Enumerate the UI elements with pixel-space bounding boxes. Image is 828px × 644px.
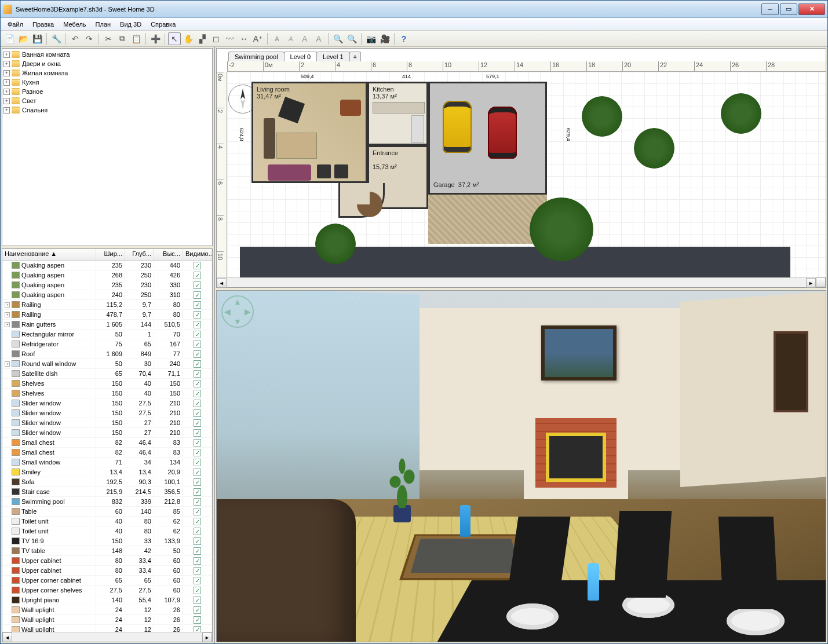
furniture-scrollbar-h[interactable]: ◄► <box>2 632 212 642</box>
copy-icon[interactable]: ⧉ <box>116 32 129 45</box>
visible-checkbox[interactable]: ✓ <box>194 321 201 328</box>
wall-tool-icon[interactable]: ▞ <box>196 32 209 45</box>
furniture-row[interactable]: Upper cabinet8033,460✓ <box>2 566 212 576</box>
text-size-up-icon[interactable]: A <box>298 32 311 45</box>
furniture-row[interactable]: Swimming pool832339212,8✓ <box>2 497 212 507</box>
expand-icon[interactable]: + <box>5 322 10 327</box>
visible-checkbox[interactable]: ✓ <box>194 331 201 338</box>
col-width-header[interactable]: Шир... <box>96 249 125 260</box>
furniture-row[interactable]: Slider window15027,5210✓ <box>2 398 212 408</box>
furniture-row[interactable]: Wall uplight241226✓ <box>2 625 212 632</box>
furniture-header[interactable]: Наименование ▲ Шир... Глуб... Выс... Вид… <box>2 249 212 261</box>
preferences-icon[interactable]: 🔧 <box>50 32 63 45</box>
visible-checkbox[interactable]: ✓ <box>194 478 201 486</box>
visible-checkbox[interactable]: ✓ <box>194 537 201 545</box>
visible-checkbox[interactable]: ✓ <box>194 469 201 476</box>
visible-checkbox[interactable]: ✓ <box>194 616 201 624</box>
furniture-row[interactable]: Wall uplight241226✓ <box>2 615 212 625</box>
open-icon[interactable]: 📂 <box>17 32 30 45</box>
furniture-row[interactable]: +Round wall window5030240✓ <box>2 359 212 369</box>
text-tool-icon[interactable]: A⁺ <box>251 32 264 45</box>
furniture-row[interactable]: Sofa192,590,3100,1✓ <box>2 477 212 487</box>
tree-node[interactable]: +Ванная комната <box>3 50 211 59</box>
furniture-row[interactable]: TV table1484250✓ <box>2 546 212 556</box>
expand-icon[interactable]: + <box>3 89 10 95</box>
furniture-row[interactable]: +Railing478,79,780✓ <box>2 310 212 320</box>
tab-level-1[interactable]: Level 1 <box>316 52 349 61</box>
redo-icon[interactable]: ↷ <box>83 32 96 45</box>
furniture-list[interactable]: Наименование ▲ Шир... Глуб... Выс... Вид… <box>2 248 213 642</box>
zoom-out-icon[interactable]: 🔍 <box>331 32 344 45</box>
visible-checkbox[interactable]: ✓ <box>194 281 201 289</box>
visible-checkbox[interactable]: ✓ <box>194 606 201 614</box>
visible-checkbox[interactable]: ✓ <box>194 488 201 496</box>
new-icon[interactable]: 📄 <box>3 32 16 45</box>
tab-add[interactable]: + <box>349 52 361 61</box>
tab-level-0[interactable]: Level 0 <box>284 52 317 61</box>
furniture-row[interactable]: Rectangular mirror50170✓ <box>2 330 212 339</box>
visible-checkbox[interactable]: ✓ <box>194 400 201 407</box>
visible-checkbox[interactable]: ✓ <box>194 577 201 584</box>
visible-checkbox[interactable]: ✓ <box>194 626 201 632</box>
tree-node[interactable]: +Жилая комната <box>3 68 211 78</box>
help-icon[interactable]: ? <box>397 32 410 45</box>
dimension-tool-icon[interactable]: ↔ <box>238 32 250 45</box>
visible-checkbox[interactable]: ✓ <box>194 370 201 378</box>
furniture-row[interactable]: Toilet unit408062✓ <box>2 526 212 536</box>
visible-checkbox[interactable]: ✓ <box>194 390 201 397</box>
cut-icon[interactable]: ✂ <box>102 32 115 45</box>
furniture-row[interactable]: +Railing115,29,780✓ <box>2 300 212 310</box>
visible-checkbox[interactable]: ✓ <box>194 380 201 387</box>
minimize-button[interactable]: ─ <box>761 3 779 15</box>
col-visible-header[interactable]: Видимо... <box>183 249 212 260</box>
furniture-row[interactable]: Smiley13,413,420,9✓ <box>2 467 212 477</box>
expand-icon[interactable]: + <box>3 98 10 104</box>
visible-checkbox[interactable]: ✓ <box>194 429 201 437</box>
text-italic-icon[interactable]: A <box>284 32 297 45</box>
visible-checkbox[interactable]: ✓ <box>194 597 201 604</box>
menu-3dview[interactable]: Вид 3D <box>115 20 146 29</box>
furniture-row[interactable]: Small window7134134✓ <box>2 458 212 467</box>
visible-checkbox[interactable]: ✓ <box>194 528 201 535</box>
visible-checkbox[interactable]: ✓ <box>194 547 201 555</box>
close-button[interactable]: ✕ <box>798 3 825 15</box>
expand-icon[interactable]: + <box>5 302 10 308</box>
video-icon[interactable]: 🎥 <box>378 32 391 45</box>
menu-plan[interactable]: План <box>91 20 116 29</box>
visible-checkbox[interactable]: ✓ <box>194 291 201 299</box>
expand-icon[interactable]: + <box>3 79 10 86</box>
furniture-row[interactable]: Quaking aspen240250310✓ <box>2 290 212 300</box>
paste-icon[interactable]: 📋 <box>130 32 143 45</box>
undo-icon[interactable]: ↶ <box>69 32 82 45</box>
maximize-button[interactable]: ▭ <box>780 3 797 15</box>
pan-tool-icon[interactable]: ✋ <box>182 32 195 45</box>
expand-icon[interactable]: + <box>3 70 10 76</box>
furniture-row[interactable]: TV 16:915033133,9✓ <box>2 536 212 546</box>
menu-help[interactable]: Справка <box>146 20 180 29</box>
furniture-row[interactable]: Upper cabinet8033,460✓ <box>2 556 212 566</box>
furniture-row[interactable]: Upper corner cabinet656560✓ <box>2 576 212 586</box>
select-tool-icon[interactable]: ↖ <box>168 32 181 45</box>
furniture-row[interactable]: Refridgerator7565167✓ <box>2 339 212 349</box>
menu-furniture[interactable]: Мебель <box>59 20 90 29</box>
col-depth-header[interactable]: Глуб... <box>125 249 154 260</box>
visible-checkbox[interactable]: ✓ <box>194 360 201 368</box>
visible-checkbox[interactable]: ✓ <box>194 449 201 456</box>
menu-edit[interactable]: Правка <box>28 20 59 29</box>
furniture-row[interactable]: Toilet unit408062✓ <box>2 517 212 526</box>
3d-view[interactable]: ▲ ◀▶ ▼ <box>216 290 826 642</box>
visible-checkbox[interactable]: ✓ <box>194 272 201 279</box>
visible-checkbox[interactable]: ✓ <box>194 301 201 309</box>
expand-icon[interactable]: + <box>3 52 10 58</box>
tree-node[interactable]: +Спальня <box>3 105 211 115</box>
furniture-row[interactable]: Shelves15040150✓ <box>2 379 212 389</box>
visible-checkbox[interactable]: ✓ <box>194 262 201 269</box>
room-tool-icon[interactable]: ◻ <box>210 32 222 45</box>
furniture-row[interactable]: +Rain gutters1 605144510,5✓ <box>2 320 212 330</box>
tree-node[interactable]: +Кухня <box>3 78 211 87</box>
text-bold-icon[interactable]: A <box>271 32 283 45</box>
visible-checkbox[interactable]: ✓ <box>194 557 201 565</box>
tree-node[interactable]: +Разное <box>3 87 211 96</box>
visible-checkbox[interactable]: ✓ <box>194 587 201 594</box>
furniture-row[interactable]: Small chest8246,483✓ <box>2 438 212 448</box>
